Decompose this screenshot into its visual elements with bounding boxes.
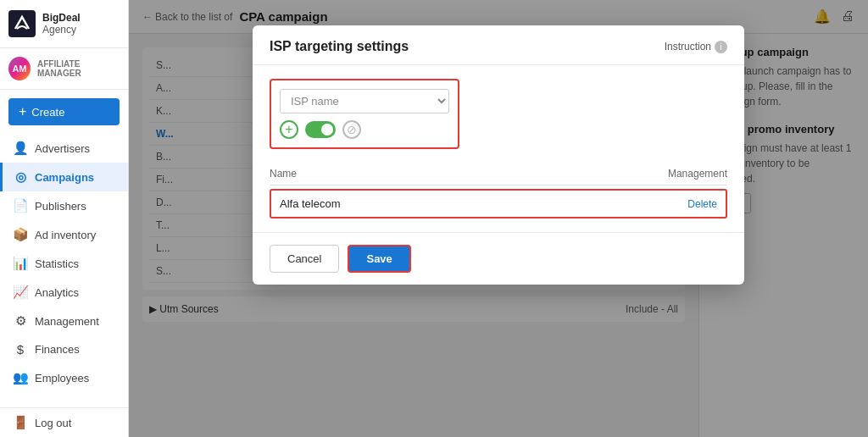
sidebar-item-label: Management	[35, 315, 99, 328]
affiliate-section: AM AFFILIATE MANAGER	[0, 48, 128, 90]
modal-header: ISP targeting settings Instruction i	[253, 25, 744, 65]
save-button[interactable]: Save	[348, 245, 410, 273]
isp-controls: + ⊘	[280, 120, 449, 139]
col-name-header: Name	[270, 168, 297, 180]
sidebar-item-label: Advertisers	[35, 142, 90, 155]
sidebar-item-campaigns[interactable]: ◎ Campaigns	[0, 163, 128, 191]
isp-input-section: ISP name + ⊘	[270, 79, 459, 149]
sidebar-item-ad-inventory[interactable]: 📦 Ad inventory	[0, 220, 128, 249]
sidebar-item-statistics[interactable]: 📊 Statistics	[0, 249, 128, 278]
info-icon: i	[715, 41, 727, 53]
isp-targeting-modal: ISP targeting settings Instruction i ISP…	[253, 25, 744, 285]
sidebar: BigDeal Agency AM AFFILIATE MANAGER + Cr…	[0, 0, 129, 437]
block-isp-button[interactable]: ⊘	[342, 120, 361, 139]
sidebar-item-label: Finances	[35, 343, 80, 356]
sidebar-item-label: Campaigns	[35, 171, 94, 184]
create-button[interactable]: + Create	[8, 98, 120, 125]
sidebar-item-advertisers[interactable]: 👤 Advertisers	[0, 134, 128, 163]
sidebar-item-finances[interactable]: $ Finances	[0, 335, 128, 363]
logo-icon	[8, 10, 36, 37]
create-label: Create	[31, 106, 64, 119]
logo-area: BigDeal Agency	[0, 0, 128, 48]
sidebar-item-logout[interactable]: 🚪 Log out	[0, 408, 128, 437]
sidebar-item-label: Ad inventory	[35, 229, 96, 241]
analytics-icon: 📈	[13, 285, 28, 300]
affiliate-avatar: AM	[8, 57, 31, 80]
employees-icon: 👥	[13, 370, 28, 385]
logout-icon: 🚪	[13, 415, 28, 430]
nav-bottom: 🚪 Log out	[0, 407, 128, 437]
sidebar-item-label: Analytics	[35, 286, 79, 299]
cancel-button[interactable]: Cancel	[270, 245, 339, 273]
advertisers-icon: 👤	[13, 141, 28, 156]
sidebar-item-label: Employees	[35, 372, 89, 384]
sidebar-item-label: Statistics	[35, 257, 79, 270]
plus-icon: +	[19, 104, 26, 119]
instruction-link[interactable]: Instruction i	[665, 41, 727, 53]
affiliate-label: AFFILIATE MANAGER	[37, 59, 120, 78]
isp-entry-name: Alfa telecom	[280, 197, 341, 210]
campaigns-icon: ◎	[13, 169, 28, 185]
nav-list: 👤 Advertisers ◎ Campaigns 📄 Publishers 📦…	[0, 134, 128, 392]
isp-table-header: Name Management	[270, 163, 727, 185]
modal-overlay: ISP targeting settings Instruction i ISP…	[129, 0, 868, 437]
isp-dropdown-row: ISP name	[280, 89, 449, 113]
main-content: ← Back to the list of CPA campaign 🔔 🖨 S…	[129, 0, 868, 437]
sidebar-item-analytics[interactable]: 📈 Analytics	[0, 278, 128, 307]
svg-rect-0	[8, 10, 36, 37]
sidebar-item-employees[interactable]: 👥 Employees	[0, 363, 128, 392]
modal-footer: Cancel Save	[253, 232, 744, 285]
statistics-icon: 📊	[13, 256, 28, 271]
publishers-icon: 📄	[13, 198, 28, 213]
logout-label: Log out	[35, 417, 71, 429]
sidebar-item-publishers[interactable]: 📄 Publishers	[0, 191, 128, 220]
ad-inventory-icon: 📦	[13, 227, 28, 242]
sidebar-item-management[interactable]: ⚙ Management	[0, 307, 128, 335]
delete-isp-link[interactable]: Delete	[687, 198, 717, 210]
management-icon: ⚙	[13, 313, 28, 329]
logo-text: BigDeal Agency	[42, 12, 81, 36]
modal-body: ISP name + ⊘ Name Management Al	[253, 65, 744, 232]
instruction-label: Instruction	[665, 41, 711, 53]
add-isp-button[interactable]: +	[280, 120, 298, 139]
sidebar-item-label: Publishers	[35, 200, 86, 213]
isp-toggle[interactable]	[305, 121, 336, 138]
finances-icon: $	[13, 342, 28, 357]
isp-entry-row: Alfa telecom Delete	[270, 189, 727, 218]
modal-title: ISP targeting settings	[270, 39, 409, 54]
isp-name-select[interactable]: ISP name	[280, 89, 449, 113]
col-management-header: Management	[668, 168, 727, 180]
